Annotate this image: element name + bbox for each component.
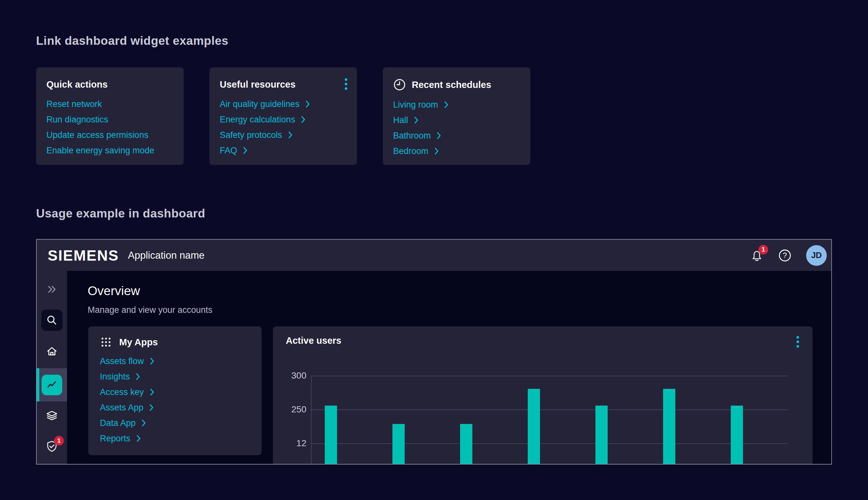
recent-schedules-title: Recent schedules bbox=[412, 80, 491, 90]
svg-text:?: ? bbox=[783, 251, 787, 260]
link-label: Reports bbox=[100, 434, 130, 443]
usage-section-title: Usage example in dashboard bbox=[36, 207, 205, 220]
chevron-right-icon bbox=[149, 388, 155, 396]
link-insights[interactable]: Insights bbox=[100, 372, 140, 381]
recent-schedules-card: Recent schedules Living room Hall Bathro… bbox=[383, 67, 530, 165]
link-label: Living room bbox=[393, 100, 438, 109]
sidebar-nav: 1 bbox=[37, 271, 67, 464]
gridline bbox=[311, 409, 788, 410]
link-reset-network[interactable]: Reset network bbox=[46, 100, 102, 109]
page-subtitle: Manage and view your accounts bbox=[88, 305, 212, 315]
sidebar-item-layers[interactable] bbox=[37, 409, 67, 422]
chevron-right-icon bbox=[301, 115, 306, 124]
widget-cards-row: Quick actions Reset network Run diagnost… bbox=[36, 67, 530, 165]
my-apps-card: My Apps Assets flow Insights Access key … bbox=[88, 326, 262, 455]
gridline bbox=[311, 376, 788, 376]
y-axis-tick: 250 bbox=[279, 404, 306, 414]
bar bbox=[663, 389, 675, 464]
trend-chart-icon bbox=[45, 378, 58, 391]
link-safety-protocols[interactable]: Safety protocols bbox=[220, 130, 293, 139]
chevron-right-icon bbox=[288, 131, 293, 139]
security-badge: 1 bbox=[54, 436, 64, 445]
sidebar-item-analytics-active[interactable] bbox=[37, 368, 67, 401]
bar bbox=[528, 389, 540, 464]
link-living-room[interactable]: Living room bbox=[393, 100, 449, 109]
link-label: FAQ bbox=[220, 146, 237, 155]
link-label: Update access permisions bbox=[46, 130, 149, 139]
home-icon bbox=[45, 345, 59, 358]
link-update-access-permisions[interactable]: Update access permisions bbox=[46, 130, 149, 139]
app-header: SIEMENS Application name 1 ? JD bbox=[37, 240, 831, 271]
y-axis-tick: 300 bbox=[279, 371, 306, 381]
link-assets-flow[interactable]: Assets flow bbox=[100, 357, 155, 366]
link-access-key[interactable]: Access key bbox=[100, 388, 155, 397]
active-users-title: Active users bbox=[286, 336, 342, 346]
question-circle-icon: ? bbox=[778, 248, 792, 263]
my-apps-title: My Apps bbox=[119, 337, 158, 348]
sidebar-item-search[interactable] bbox=[41, 310, 62, 331]
gridline bbox=[311, 443, 788, 444]
notifications-button[interactable]: 1 bbox=[750, 249, 764, 262]
link-label: Assets flow bbox=[100, 357, 144, 366]
link-reports[interactable]: Reports bbox=[100, 434, 141, 443]
avatar-initials: JD bbox=[811, 250, 822, 260]
sidebar-item-security[interactable]: 1 bbox=[37, 440, 67, 455]
page-title: Overview bbox=[88, 284, 140, 298]
link-data-app[interactable]: Data App bbox=[100, 419, 146, 428]
chevron-right-icon bbox=[141, 419, 146, 427]
notification-badge: 1 bbox=[758, 245, 768, 254]
widgets-section-title: Link dashboard widget examples bbox=[36, 34, 228, 48]
link-faq[interactable]: FAQ bbox=[220, 146, 248, 155]
bar bbox=[325, 406, 337, 464]
link-label: Insights bbox=[100, 372, 130, 381]
chevron-right-icon bbox=[305, 100, 310, 108]
link-label: Energy calculations bbox=[220, 115, 295, 124]
sidebar-item-home[interactable] bbox=[37, 345, 67, 358]
link-bathroom[interactable]: Bathroom bbox=[393, 131, 442, 140]
link-label: Bedroom bbox=[393, 147, 429, 156]
bar bbox=[595, 406, 608, 464]
kebab-menu-icon[interactable] bbox=[345, 78, 347, 90]
link-label: Access key bbox=[100, 388, 144, 397]
link-energy-calculations[interactable]: Energy calculations bbox=[220, 115, 306, 124]
link-assets-app[interactable]: Assets App bbox=[100, 403, 154, 412]
link-label: Assets App bbox=[100, 403, 144, 412]
useful-resources-card: Useful resources Air quality guidelines … bbox=[209, 67, 357, 165]
analytics-tile bbox=[42, 375, 62, 395]
link-hall[interactable]: Hall bbox=[393, 116, 419, 125]
link-run-diagnostics[interactable]: Run diagnostics bbox=[46, 115, 108, 124]
link-bedroom[interactable]: Bedroom bbox=[393, 147, 439, 156]
active-indicator-bar bbox=[37, 368, 39, 401]
kebab-menu-icon[interactable] bbox=[797, 336, 799, 348]
bar bbox=[731, 406, 743, 464]
link-label: Safety protocols bbox=[220, 130, 282, 139]
search-icon bbox=[46, 314, 58, 326]
link-air-quality-guidelines[interactable]: Air quality guidelines bbox=[220, 100, 310, 109]
link-enable-energy-saving-mode[interactable]: Enable energy saving mode bbox=[46, 146, 154, 155]
siemens-logo: SIEMENS bbox=[48, 247, 119, 264]
link-label: Bathroom bbox=[393, 131, 431, 140]
chevron-right-icon bbox=[136, 434, 141, 443]
useful-resources-title: Useful resources bbox=[220, 79, 295, 90]
link-label: Enable energy saving mode bbox=[46, 146, 154, 155]
chevron-right-icon bbox=[135, 372, 140, 381]
clock-icon bbox=[393, 78, 406, 91]
chevron-right-icon bbox=[149, 357, 155, 365]
link-label: Reset network bbox=[46, 100, 102, 109]
sidebar-expand-button[interactable] bbox=[37, 285, 67, 294]
double-chevron-right-icon bbox=[46, 285, 58, 294]
dashboard-content: Overview Manage and view your accounts M… bbox=[67, 271, 831, 464]
apps-grid-icon bbox=[100, 336, 112, 348]
link-label: Data App bbox=[100, 419, 136, 428]
dashboard-example: SIEMENS Application name 1 ? JD bbox=[36, 239, 832, 465]
chevron-right-icon bbox=[414, 116, 419, 124]
chevron-right-icon bbox=[149, 404, 154, 412]
bar bbox=[460, 424, 472, 464]
quick-actions-title: Quick actions bbox=[46, 79, 107, 90]
help-button[interactable]: ? bbox=[778, 248, 792, 263]
chevron-right-icon bbox=[243, 146, 248, 155]
link-label: Hall bbox=[393, 116, 408, 125]
user-avatar[interactable]: JD bbox=[806, 245, 827, 266]
bar bbox=[392, 424, 405, 464]
application-name: Application name bbox=[128, 250, 205, 261]
